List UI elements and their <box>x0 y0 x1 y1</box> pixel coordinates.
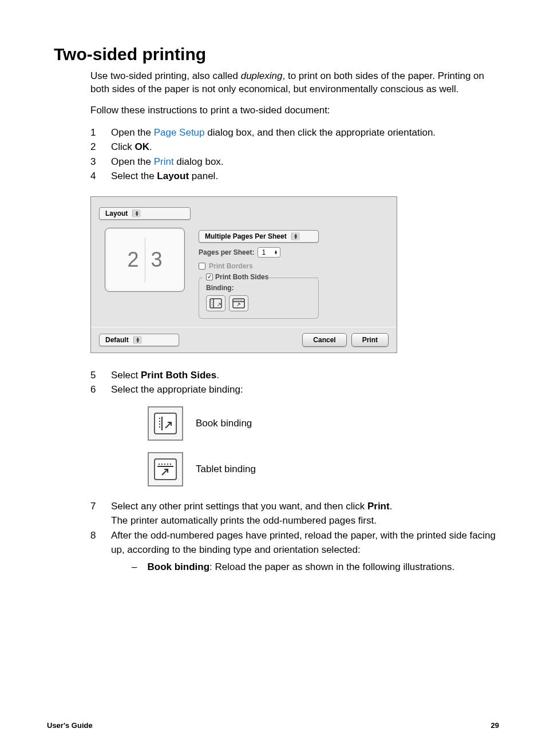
step-item: 6Select the appropriate binding: <box>90 382 499 397</box>
step-item: 7Select any other print settings that yo… <box>90 499 499 528</box>
text: Select the <box>111 171 157 181</box>
bold-text: Print <box>367 501 390 512</box>
footer-page-number: 29 <box>491 721 499 730</box>
text: . <box>149 141 152 152</box>
print-both-sides-checkbox[interactable] <box>206 274 213 280</box>
panel-select-label: Layout <box>105 209 128 217</box>
binding-option-label: Book binding <box>196 418 252 429</box>
steps-list-1: 1Open the Page Setup dialog box, and the… <box>90 125 499 184</box>
book-binding-button[interactable] <box>206 295 225 311</box>
pages-per-sheet-select[interactable]: 1 ▲▼ <box>258 247 280 258</box>
print-borders-row[interactable]: Print Borders <box>199 262 319 270</box>
book-binding-icon <box>209 298 222 308</box>
print-both-sides-label: Print Both Sides <box>215 273 268 281</box>
tablet-binding-icon <box>232 298 245 308</box>
pages-per-sheet-value: 1 <box>262 248 266 256</box>
book-binding-icon-box <box>148 406 183 441</box>
step-number: 2 <box>90 140 111 155</box>
chevron-updown-icon: ▲▼ <box>132 209 141 217</box>
text: . <box>216 370 219 381</box>
sub-bullet: –Book binding: Reload the paper as shown… <box>132 560 499 575</box>
preview-page-a: 2 <box>127 248 139 272</box>
step-item: 8After the odd-numbered pages have print… <box>90 528 499 575</box>
preset-select-label: Default <box>105 336 129 344</box>
binding-option-label: Tablet binding <box>196 464 256 475</box>
step-number: 6 <box>90 382 111 397</box>
text: dialog box. <box>174 156 224 167</box>
intro-prefix: Use two-sided printing, also called <box>90 70 241 81</box>
dialog-divider <box>91 327 397 327</box>
print-button[interactable]: Print <box>351 333 389 347</box>
step-number: 3 <box>90 155 111 169</box>
step-content: Select the Layout panel. <box>111 169 499 184</box>
sub-content: Book binding: Reload the paper as shown … <box>147 560 454 575</box>
step-after-text: The printer automatically prints the odd… <box>111 513 499 528</box>
step-item: 3Open the Print dialog box. <box>90 155 499 169</box>
step-number: 4 <box>90 169 111 184</box>
step-item: 5Select Print Both Sides. <box>90 368 499 383</box>
pages-per-sheet-row: Pages per Sheet: 1 ▲▼ <box>199 247 319 258</box>
bold-text: Layout <box>157 171 189 181</box>
mode-select-label: Multiple Pages Per Sheet <box>205 232 287 240</box>
intro-italic: duplexing <box>241 70 283 81</box>
bold-text: OK <box>135 141 150 152</box>
print-both-sides-group: Print Both Sides Binding: <box>199 278 319 319</box>
text: . <box>390 501 393 512</box>
print-borders-checkbox[interactable] <box>199 263 205 270</box>
layout-dialog: Layout ▲▼ 2 3 Multiple Pages Per <box>90 196 397 353</box>
text: After the odd-numbered pages have printe… <box>111 530 496 556</box>
steps-list-3: 7Select any other print settings that yo… <box>90 499 499 575</box>
steps-list-2: 5Select Print Both Sides.6Select the app… <box>90 368 499 397</box>
link-text: Print <box>154 156 174 167</box>
bold-text: Print Both Sides <box>141 370 216 381</box>
step-content: Open the Print dialog box. <box>111 155 499 169</box>
chevron-updown-icon: ▲▼ <box>274 250 278 255</box>
text: panel. <box>189 171 218 181</box>
footer-left: User's Guide <box>47 721 93 730</box>
preview-page-b: 3 <box>151 248 163 272</box>
cancel-button[interactable]: Cancel <box>302 333 346 347</box>
step-item: 1Open the Page Setup dialog box, and the… <box>90 125 499 140</box>
text: Select <box>111 370 141 381</box>
binding-option-row: Tablet binding <box>148 452 499 486</box>
step-content: Click OK. <box>111 140 499 155</box>
print-borders-label: Print Borders <box>209 262 253 270</box>
mode-select[interactable]: Multiple Pages Per Sheet ▲▼ <box>199 230 319 243</box>
text: Click <box>111 141 135 152</box>
step-item: 2Click OK. <box>90 140 499 155</box>
tablet-binding-button[interactable] <box>229 295 248 311</box>
step-item: 4Select the Layout panel. <box>90 169 499 184</box>
preset-select[interactable]: Default ▲▼ <box>99 334 179 346</box>
text: Select any other print settings that you… <box>111 501 367 512</box>
step-content: Select the appropriate binding: <box>111 382 499 397</box>
step-number: 1 <box>90 125 111 140</box>
preview-divider <box>145 237 145 283</box>
step-content: After the odd-numbered pages have printe… <box>111 528 499 575</box>
link-text: Page Setup <box>154 127 205 138</box>
book-binding-icon <box>154 413 177 434</box>
binding-options-table: Book bindingTablet binding <box>148 406 499 486</box>
chevron-updown-icon: ▲▼ <box>133 336 142 344</box>
text: dialog box, and then click the appropria… <box>205 127 436 138</box>
intro-paragraph: Use two-sided printing, also called dupl… <box>90 70 499 96</box>
binding-option-row: Book binding <box>148 406 499 441</box>
step-number: 5 <box>90 368 111 383</box>
step-number: 7 <box>90 499 111 514</box>
layout-preview: 2 3 <box>105 228 185 292</box>
page-title: Two-sided printing <box>54 45 499 64</box>
step-number: 8 <box>90 528 111 543</box>
dash: – <box>132 560 137 575</box>
pages-per-sheet-label: Pages per Sheet: <box>199 248 254 256</box>
step-content: Open the Page Setup dialog box, and then… <box>111 125 499 140</box>
text: Open the <box>111 156 154 167</box>
text: : Reload the paper as shown in the follo… <box>209 561 454 572</box>
text: Open the <box>111 127 154 138</box>
panel-select[interactable]: Layout ▲▼ <box>99 207 191 220</box>
instructions-lead: Follow these instructions to print a two… <box>90 104 499 117</box>
chevron-updown-icon: ▲▼ <box>291 232 300 240</box>
text: Select the appropriate binding: <box>111 384 243 395</box>
bold-text: Book binding <box>147 561 209 572</box>
tablet-binding-icon-box <box>148 452 183 486</box>
binding-label: Binding: <box>206 284 311 292</box>
tablet-binding-icon <box>154 458 177 480</box>
